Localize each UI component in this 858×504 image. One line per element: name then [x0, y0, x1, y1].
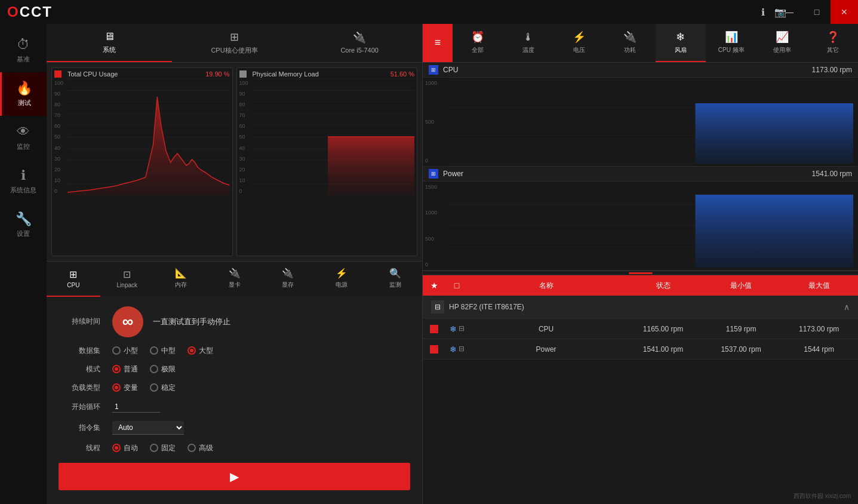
sidebar-item-settings[interactable]: 🔧 设置	[0, 203, 47, 247]
test-icon: 🔥	[16, 81, 32, 96]
app-logo: OCCT	[7, 4, 53, 20]
row-fan-icon-power: ❄ ⊟	[445, 345, 468, 354]
power-chart-icon: ⊞	[429, 169, 438, 179]
right-tab-other[interactable]: ❓ 其它	[807, 24, 858, 62]
load-stable[interactable]: 稳定	[150, 383, 176, 393]
right-tab-fan[interactable]: ❄ 风扇	[656, 24, 706, 62]
menu-icon: ≡	[435, 36, 441, 49]
svg-rect-26	[696, 103, 853, 164]
th-star[interactable]: ★	[423, 281, 445, 290]
play-icon: ▶	[230, 469, 239, 484]
row-min-power: 1537.00 rpm	[702, 345, 780, 354]
sidebar-item-sysinfo[interactable]: ℹ 系统信息	[0, 159, 47, 203]
subtab-linpack[interactable]: ⊡ Linpack	[100, 262, 154, 297]
close-button[interactable]: ✕	[831, 0, 858, 24]
right-tab-usage[interactable]: 📈 使用率	[756, 24, 807, 62]
dataset-large[interactable]: 大型	[187, 346, 213, 356]
right-tab-power[interactable]: 🔌 功耗	[605, 24, 656, 62]
subtab-watch[interactable]: 🔍 监测	[368, 262, 422, 297]
device-icon: ⊟	[431, 300, 444, 314]
subtab-memory[interactable]: 📐 内存	[154, 262, 208, 297]
tab-system[interactable]: 🖥 系统	[47, 24, 172, 62]
right-tab-temp[interactable]: 🌡 温度	[503, 24, 554, 62]
cpu-usage-value: 19.90 %	[205, 70, 229, 78]
tab-core[interactable]: 🔌 Core i5-7400	[297, 24, 422, 62]
subtab-gpu[interactable]: 🔌 显卡	[208, 262, 262, 297]
th-display[interactable]: □	[445, 281, 468, 290]
cpu-chart-icon: ⊞	[429, 65, 438, 75]
thread-fixed[interactable]: 固定	[150, 443, 176, 453]
row-checkbox-cpu[interactable]	[423, 325, 445, 333]
right-tab-other-label: 其它	[827, 46, 839, 54]
svg-rect-32	[696, 195, 853, 268]
instruction-select[interactable]: Auto	[112, 421, 184, 435]
right-tab-voltage[interactable]: ⚡ 电压	[554, 24, 605, 62]
maximize-button[interactable]: □	[803, 0, 831, 24]
system-tab-icon: 🖥	[104, 30, 115, 43]
settings-icon: 🔧	[16, 211, 32, 227]
minimize-button[interactable]: —	[776, 0, 803, 24]
thread-advanced[interactable]: 高级	[187, 443, 213, 453]
subtab-power[interactable]: ⚡ 电源	[315, 262, 368, 297]
th-max: 最大值	[780, 281, 858, 291]
temp-icon: 🌡	[523, 31, 534, 44]
subtab-cpu-label: CPU	[67, 282, 79, 288]
subtab-watch-label: 监测	[389, 281, 401, 289]
fan-icon: ❄	[676, 30, 685, 44]
cpu-usage-chart: Total CPU Usage 19.90 % 1009080706050403…	[51, 67, 233, 256]
cpu-usage-label: Total CPU Usage	[67, 70, 118, 78]
cpu-fan-chart: ⊞ CPU 1173.00 rpm 10005000	[423, 63, 858, 167]
load-variable[interactable]: 变量	[112, 383, 138, 393]
cycle-input[interactable]	[112, 401, 160, 413]
cpu-subtab-icon: ⊞	[69, 269, 77, 280]
right-tab-cpufreq[interactable]: 📊 CPU 频率	[706, 24, 756, 62]
cpu-chart-value: 1173.00 rpm	[812, 66, 852, 74]
sidebar-label-monitor: 监控	[17, 142, 30, 151]
power-icon: ⚡	[336, 268, 347, 279]
right-tab-menu[interactable]: ≡	[423, 24, 453, 62]
row-max-power: 1544 rpm	[780, 345, 858, 354]
usage-icon: 📈	[776, 30, 789, 44]
monitor-icon: 👁	[17, 124, 30, 140]
device-header[interactable]: ⊟ HP 82F2 (ITE IT8617E) ∧	[423, 296, 858, 319]
tab-cpu-usage[interactable]: ⊞ CPU核心使用率	[172, 24, 297, 62]
right-tab-all[interactable]: ⏰ 全部	[453, 24, 503, 62]
start-button[interactable]: ▶	[59, 463, 410, 490]
mode-normal[interactable]: 普通	[112, 364, 138, 374]
dataset-medium[interactable]: 中型	[150, 346, 176, 356]
voltage-icon: ⚡	[573, 30, 586, 44]
row-fan-icon-cpu: ❄ ⊟	[445, 324, 468, 334]
bottom-table: ★ □ 名称 状态 最小值 最大值 ⊟ HP 82F2 (ITE IT8617E…	[423, 275, 858, 504]
tab-system-label: 系统	[103, 45, 116, 54]
window-controls: — □ ✕	[776, 0, 858, 24]
linpack-icon: ⊡	[123, 269, 131, 280]
watch-icon: 🔍	[389, 268, 401, 279]
subtab-vram[interactable]: 🔌 显存	[261, 262, 315, 297]
dataset-small[interactable]: 小型	[112, 346, 138, 356]
tab-core-label: Core i5-7400	[340, 47, 379, 54]
dataset-label: 数据集	[59, 346, 100, 356]
row-max-cpu: 1173.00 rpm	[780, 325, 858, 333]
duration-icon[interactable]: ∞	[112, 306, 143, 337]
mode-extreme[interactable]: 极限	[150, 364, 176, 374]
sidebar-label-settings: 设置	[17, 229, 30, 238]
memory-subtab-icon: 📐	[175, 268, 187, 279]
sidebar-item-benchmark[interactable]: ⏱ 基准	[0, 29, 47, 72]
subtab-cpu[interactable]: ⊞ CPU	[47, 262, 100, 297]
memory-label: Physical Memory Load	[253, 70, 319, 78]
row-checkbox-power[interactable]	[423, 345, 445, 354]
memory-value: 51.60 %	[390, 70, 414, 78]
row-min-cpu: 1159 rpm	[702, 325, 780, 333]
sidebar-item-test[interactable]: 🔥 测试	[0, 72, 47, 116]
subtab-vram-label: 显存	[282, 281, 294, 289]
power-fan-chart: ⊞ Power 1541.00 rpm 150010005000	[423, 167, 858, 271]
thread-auto[interactable]: 自动	[112, 443, 138, 453]
th-min: 最小值	[702, 281, 780, 291]
vram-icon: 🔌	[282, 268, 294, 279]
sidebar-item-monitor[interactable]: 👁 监控	[0, 116, 47, 159]
panel-divider[interactable]	[423, 271, 858, 275]
info-icon[interactable]: ℹ	[761, 7, 765, 18]
right-tab-temp-label: 温度	[522, 46, 534, 54]
subtab-memory-label: 内存	[175, 281, 187, 289]
right-tab-power-label: 功耗	[624, 46, 636, 54]
